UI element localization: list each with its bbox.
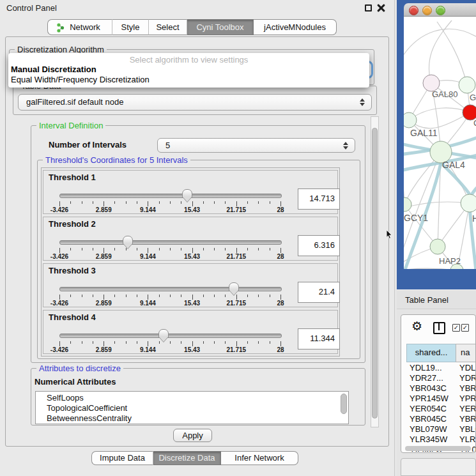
number-of-intervals-combobox[interactable]: 5	[157, 138, 355, 153]
threshold-value-field[interactable]: 11.344	[298, 328, 340, 349]
table-cell[interactable]: YDR2	[459, 373, 476, 383]
network-graph: GAL80GACGAL11GAL4GCY1HHAP2	[404, 17, 476, 269]
table-cell[interactable]: YLR345W	[410, 434, 447, 445]
threshold-label: Threshold 1	[49, 173, 96, 182]
number-of-intervals-label: Number of Intervals	[49, 140, 127, 150]
tab-cyni-toolbox[interactable]: Cyni Toolbox	[187, 19, 254, 35]
table-cell[interactable]: YBL079W	[410, 424, 447, 434]
table-cell[interactable]: YBR045C	[410, 414, 447, 424]
tab-impute-data[interactable]: Impute Data	[91, 451, 153, 465]
node-label: C	[473, 118, 476, 128]
slider-thumb[interactable]	[158, 329, 169, 338]
column-header-shared-name[interactable]: shared...	[406, 344, 456, 362]
interval-definition-label: Interval Definition	[36, 121, 105, 130]
node-label: GAL11	[410, 128, 438, 138]
lower-panel-edge	[401, 458, 476, 476]
table-cell[interactable]: YLR3	[459, 434, 476, 445]
node-label: GAL80	[432, 89, 457, 99]
table-rows[interactable]: YDL19...YDL1 YDR27...YDR2 YBR043CYBR0 YP…	[406, 362, 476, 452]
network-node[interactable]	[459, 77, 475, 93]
attributes-group-label: Attributes to discretize	[36, 364, 123, 373]
table-panel-title: Table Panel	[405, 295, 449, 305]
close-icon[interactable]	[377, 4, 385, 12]
node-table-panel: ⚙ ✓ ✓ shared... na YDL19...YDL1 YDR27...…	[401, 314, 476, 453]
slider-ticks	[59, 248, 281, 253]
split-columns-icon[interactable]	[433, 322, 445, 334]
threshold-2-panel: Threshold 2 -3.4262.8599.14415.4321.7152…	[43, 217, 338, 261]
threshold-value-field[interactable]: 21.4	[298, 282, 340, 303]
network-canvas[interactable]: GAL80GACGAL11GAL4GCY1HHAP2	[404, 17, 476, 269]
network-node[interactable]	[430, 239, 445, 254]
table-cell[interactable]: YBR0	[459, 414, 476, 424]
table-cell[interactable]: YER054C	[410, 404, 447, 414]
table-cell[interactable]: YBL0	[459, 424, 476, 434]
network-node[interactable]	[461, 194, 476, 212]
column-header-name[interactable]: na	[456, 344, 476, 362]
control-panel: Control Panel Network Style Select Cyni …	[0, 0, 395, 476]
number-of-intervals-value: 5	[165, 139, 170, 153]
tab-discretize-data[interactable]: Discretize Data	[153, 451, 221, 465]
threshold-label: Threshold 4	[49, 312, 96, 322]
table-cell[interactable]: YPR145W	[410, 394, 449, 404]
table-cell[interactable]: YBR043C	[410, 383, 447, 394]
thresholds-group-label: Threshold's Coordinates for 5 Intervals	[43, 155, 190, 165]
apply-button[interactable]: Apply	[173, 429, 212, 442]
threshold-1-panel: Threshold 1 -3.4262.8599.14415.4321.7152…	[43, 170, 338, 214]
slider-thumb[interactable]	[123, 236, 133, 245]
tab-jactivemnodules[interactable]: jActiveMNodules	[254, 19, 337, 35]
tab-network-label: Network	[70, 22, 100, 32]
option-equal-width-frequency[interactable]: Equal Width/Frequency Discretization	[11, 75, 150, 84]
table-cell[interactable]: YDR27...	[410, 373, 443, 383]
close-traffic-light-icon[interactable]	[409, 6, 418, 15]
slider-scale-labels: -3.4262.8599.14415.4321.71528	[59, 346, 280, 353]
numerical-attributes-list[interactable]: SelfLoops TopologicalCoefficient Between…	[35, 391, 349, 424]
table-hscrollbar-thumb[interactable]	[405, 446, 471, 451]
table-cell[interactable]: YDL19...	[410, 363, 442, 373]
list-item[interactable]: SelfLoops	[47, 393, 84, 403]
threshold-label: Threshold 2	[49, 219, 96, 229]
slider-thumb[interactable]	[229, 282, 239, 291]
table-cell[interactable]: YPR1	[459, 394, 476, 404]
slider-thumb[interactable]	[182, 189, 192, 198]
network-node[interactable]	[404, 197, 411, 211]
tab-infer-network[interactable]: Infer Network	[221, 451, 298, 465]
slider-scale-labels: -3.4262.8599.14415.4321.71528	[59, 206, 280, 213]
table-cell[interactable]: YER0	[459, 404, 476, 414]
tab-cyni-toolbox-label: Cyni Toolbox	[196, 22, 243, 32]
tab-select[interactable]: Select	[149, 19, 187, 35]
network-window-titlebar[interactable]	[404, 3, 476, 17]
mouse-cursor	[386, 230, 394, 239]
checkbox-icon[interactable]: ✓	[452, 324, 460, 332]
float-window-icon[interactable]	[365, 4, 372, 12]
minimize-traffic-light-icon[interactable]	[422, 6, 432, 15]
tab-style[interactable]: Style	[112, 19, 149, 35]
network-node[interactable]	[404, 112, 417, 128]
threshold-value-field[interactable]: 6.316	[298, 235, 340, 256]
list-scrollbar-thumb[interactable]	[341, 394, 347, 414]
tab-jactivemnodules-label: jActiveMNodules	[264, 22, 326, 32]
list-item[interactable]: BetweennessCentrality	[47, 413, 132, 424]
threshold-label: Threshold 3	[49, 266, 96, 275]
node-label: HAP2	[439, 256, 461, 266]
combo-stepper-icon	[360, 98, 365, 106]
option-manual-discretization[interactable]: Manual Discretization	[11, 65, 96, 74]
table-data-value: galFiltered.sif default node	[26, 95, 123, 110]
threshold-value-field[interactable]: 14.713	[298, 188, 340, 210]
list-item[interactable]: TopologicalCoefficient	[47, 403, 127, 413]
table-data-combobox[interactable]: galFiltered.sif default node	[18, 94, 372, 111]
tab-discretize-data-label: Discretize Data	[158, 453, 215, 463]
tab-network[interactable]: Network	[47, 19, 112, 35]
checkbox-icon[interactable]: ✓	[461, 324, 469, 332]
tab-impute-data-label: Impute Data	[100, 453, 145, 463]
table-cell[interactable]: YDL1	[459, 363, 476, 373]
main-scrollbar-thumb[interactable]	[372, 128, 378, 418]
slider-ticks	[59, 341, 281, 346]
node-label: GA	[470, 93, 476, 102]
combo-stepper-icon	[343, 142, 349, 150]
table-panel-titlebar: Table Panel	[397, 289, 476, 309]
slider-scale-labels: -3.4262.8599.14415.4321.71528	[59, 300, 280, 307]
network-view-window: GAL80GACGAL11GAL4GCY1HHAP2	[397, 0, 476, 289]
gear-icon[interactable]: ⚙	[411, 319, 422, 334]
zoom-traffic-light-icon[interactable]	[436, 6, 445, 15]
table-cell[interactable]: YBR0	[459, 383, 476, 394]
